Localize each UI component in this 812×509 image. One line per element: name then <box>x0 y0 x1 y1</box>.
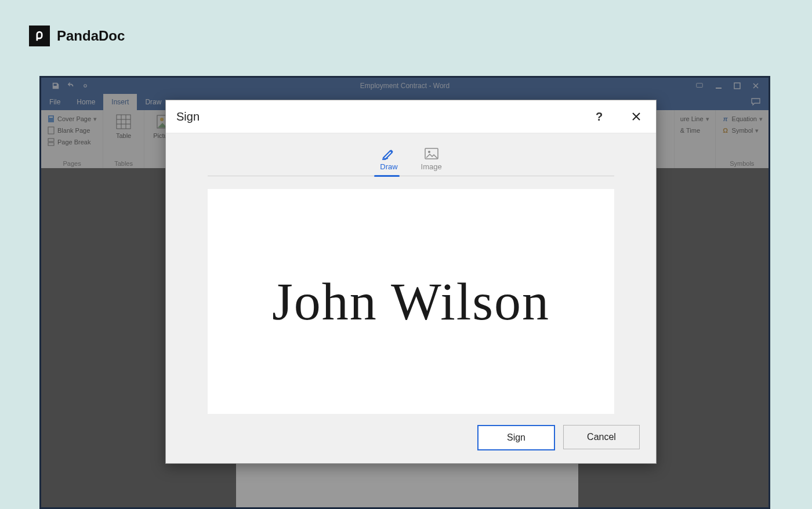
brand: PandaDoc <box>29 26 125 46</box>
close-button[interactable] <box>627 107 646 126</box>
tab-draw-label: Draw <box>380 162 397 171</box>
tab-image[interactable]: Image <box>421 147 442 171</box>
pandadoc-logo-icon <box>29 26 50 46</box>
image-icon <box>424 147 439 160</box>
tab-draw[interactable]: Draw <box>380 147 397 171</box>
brand-name: PandaDoc <box>57 28 125 44</box>
sign-dialog: Sign ? Draw Image John Wilson <box>165 100 657 464</box>
sign-button[interactable]: Sign <box>477 425 555 450</box>
signature-text: John Wilson <box>272 271 550 332</box>
help-button[interactable]: ? <box>590 107 608 126</box>
tab-image-label: Image <box>421 162 442 171</box>
signature-canvas[interactable]: John Wilson <box>208 189 614 414</box>
cancel-button[interactable]: Cancel <box>563 425 640 449</box>
draw-pen-icon <box>381 147 396 160</box>
svg-point-15 <box>428 151 430 153</box>
dialog-title: Sign <box>176 110 200 123</box>
